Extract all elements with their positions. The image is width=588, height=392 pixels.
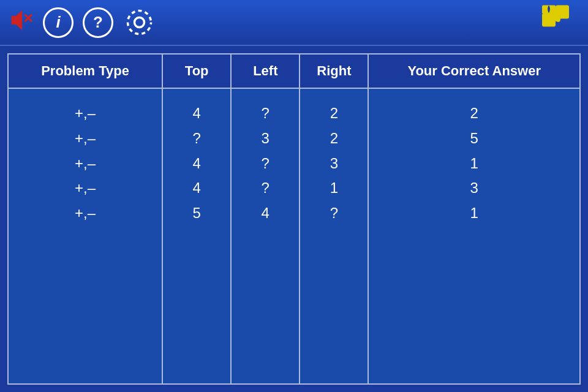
header-problem-type: Problem Type: [8, 54, 162, 88]
svg-point-3: [135, 18, 145, 28]
data-table: Problem Type Top Left Right Your Correct…: [7, 53, 581, 385]
svg-point-4: [128, 11, 151, 34]
settings-button[interactable]: [123, 6, 156, 39]
table-header-row: Problem Type Top Left Right Your Correct…: [8, 54, 580, 88]
info-button[interactable]: i: [43, 7, 74, 38]
header-top: Top: [162, 54, 231, 88]
main-content: Problem Type Top Left Right Your Correct…: [0, 46, 588, 392]
navbar: i ?: [0, 0, 588, 46]
cell-top: 4 ? 4 4 5: [162, 88, 231, 384]
svg-rect-7: [556, 5, 569, 18]
header-answer: Your Correct Answer: [368, 54, 580, 88]
table-row: +,– +,– +,– +,– +,– 4 ? 4 4 5 ? 3 ? ? 4 …: [8, 88, 580, 384]
puzzle-icon[interactable]: [539, 2, 576, 43]
nav-left: i ?: [9, 6, 156, 39]
speaker-icon[interactable]: [9, 9, 34, 36]
header-right: Right: [300, 54, 368, 88]
cell-problem-type: +,– +,– +,– +,– +,–: [8, 88, 162, 384]
cell-right: 2 2 3 1 ?: [300, 88, 368, 384]
cell-left: ? 3 ? ? 4: [231, 88, 300, 384]
svg-marker-0: [12, 10, 22, 29]
header-left: Left: [231, 54, 300, 88]
help-button[interactable]: ?: [83, 7, 113, 38]
cell-answer: 2 5 1 3 1: [368, 88, 580, 384]
